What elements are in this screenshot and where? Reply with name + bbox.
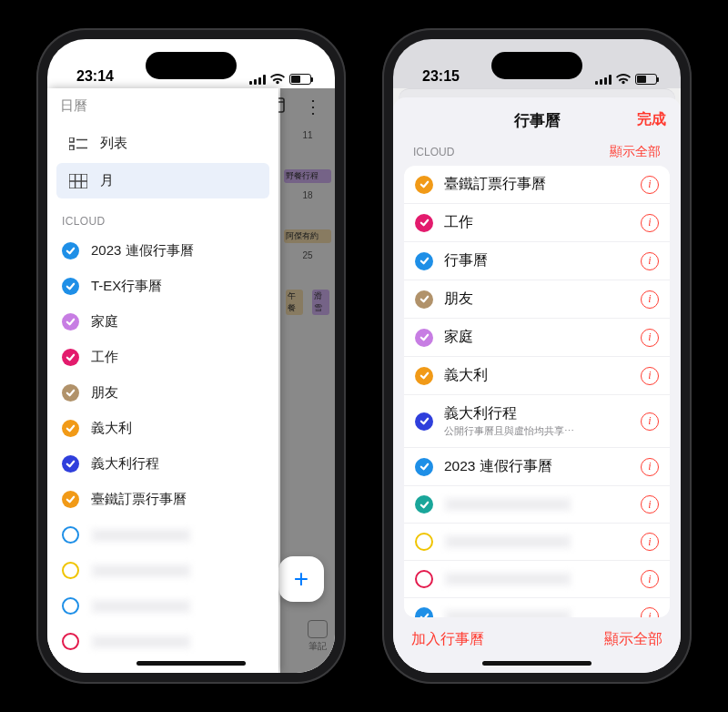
calendar-checkbox[interactable] xyxy=(62,349,79,366)
info-icon[interactable]: i xyxy=(641,412,659,431)
ios-calendar-screen: 行事曆 完成 ICLOUD 顯示全部 臺鐵訂票行事曆i工作i行事曆i朋友i家庭i… xyxy=(393,88,681,673)
status-time: 23:15 xyxy=(422,68,460,85)
calendar-checkbox[interactable] xyxy=(415,214,433,232)
calendar-item[interactable]: 朋友 xyxy=(47,375,278,411)
calendar-label: 臺鐵訂票行事曆 xyxy=(91,491,187,508)
add-calendar-button[interactable]: 加入行事曆 xyxy=(411,630,484,649)
info-icon[interactable]: i xyxy=(641,570,659,588)
calendar-checkbox[interactable] xyxy=(415,495,433,514)
view-option-label: 月 xyxy=(100,172,114,189)
calendar-item[interactable]: 行事曆i xyxy=(404,241,670,280)
calendar-checkbox[interactable] xyxy=(62,633,79,650)
info-icon[interactable]: i xyxy=(641,214,659,232)
calendar-item[interactable]: i xyxy=(404,485,670,523)
calendar-checkbox[interactable] xyxy=(415,412,433,431)
calendar-item[interactable]: 義大利行程公開行事曆且與盧怡均共享⋯i xyxy=(404,394,670,447)
info-icon[interactable]: i xyxy=(641,290,659,309)
info-icon[interactable]: i xyxy=(641,176,659,194)
info-icon[interactable]: i xyxy=(641,533,659,551)
calendar-item[interactable]: 2023 連假行事曆i xyxy=(404,447,670,485)
status-time: 23:14 xyxy=(76,68,114,85)
plus-icon: + xyxy=(294,565,308,594)
calendar-sublabel: 公開行事曆且與盧怡均共享⋯ xyxy=(444,424,630,438)
create-event-fab[interactable]: + xyxy=(278,556,324,602)
group-label: ICLOUD xyxy=(413,146,454,158)
calendar-label: 臺鐵訂票行事曆 xyxy=(444,175,630,194)
calendar-item[interactable]: 義大利行程 xyxy=(47,446,278,482)
calendar-item[interactable]: i xyxy=(404,523,670,560)
done-button[interactable]: 完成 xyxy=(637,110,666,129)
calendar-item[interactable] xyxy=(47,588,278,624)
calendar-item[interactable]: 義大利i xyxy=(404,356,670,394)
calendar-item[interactable]: 工作 xyxy=(47,340,278,375)
calendar-checkbox[interactable] xyxy=(415,570,433,588)
calendar-label: 2023 連假行事曆 xyxy=(91,242,194,259)
calendar-item[interactable]: 家庭i xyxy=(404,318,670,356)
calendar-item[interactable] xyxy=(47,553,278,588)
calendar-checkbox[interactable] xyxy=(415,329,433,347)
calendar-checkbox[interactable] xyxy=(62,455,79,473)
calendar-checkbox[interactable] xyxy=(62,278,79,295)
calendar-list: 2023 連假行事曆T-EX行事曆家庭工作朋友義大利義大利行程臺鐵訂票行事曆 xyxy=(47,233,278,659)
calendar-item[interactable]: 臺鐵訂票行事曆i xyxy=(404,166,670,203)
calendar-item[interactable]: i xyxy=(404,560,670,597)
view-option-list[interactable]: 列表 xyxy=(56,126,269,161)
calendar-checkbox[interactable] xyxy=(62,313,79,331)
home-indicator[interactable] xyxy=(136,661,246,666)
notes-chip[interactable]: 筆記 xyxy=(308,620,328,653)
svg-rect-1 xyxy=(254,79,257,85)
svg-rect-14 xyxy=(595,81,598,85)
calendar-label: 義大利行程 xyxy=(444,404,630,423)
calendar-checkbox[interactable] xyxy=(415,607,433,617)
calendar-checkbox[interactable] xyxy=(415,252,433,270)
calendar-checkbox[interactable] xyxy=(415,367,433,385)
calendar-checkbox[interactable] xyxy=(62,420,79,437)
group-header-row: ICLOUD 顯示全部 xyxy=(393,140,681,166)
calendar-checkbox[interactable] xyxy=(62,597,79,615)
show-all-button[interactable]: 顯示全部 xyxy=(604,630,662,649)
calendar-item[interactable]: 朋友i xyxy=(404,280,670,318)
calendar-label-column: 工作 xyxy=(444,213,630,232)
calendar-label-column xyxy=(444,497,630,512)
info-icon[interactable]: i xyxy=(641,458,659,476)
calendar-checkbox[interactable] xyxy=(62,242,79,259)
info-icon[interactable]: i xyxy=(641,495,659,514)
calendar-item[interactable]: T-EX行事曆 xyxy=(47,269,278,304)
info-icon[interactable]: i xyxy=(641,607,659,617)
dynamic-island xyxy=(146,52,237,79)
group-show-all-button[interactable]: 顯示全部 xyxy=(610,144,661,160)
calendar-item[interactable] xyxy=(47,624,278,659)
view-option-month[interactable]: 月 xyxy=(56,163,269,198)
home-indicator[interactable] xyxy=(482,661,592,666)
calendar-item[interactable]: 義大利 xyxy=(47,411,278,446)
calendar-label-column: 行事曆 xyxy=(444,251,630,270)
sheet-header: 行事曆 完成 xyxy=(393,97,681,140)
cellular-signal-icon xyxy=(249,75,266,85)
info-icon[interactable]: i xyxy=(641,252,659,270)
info-icon[interactable]: i xyxy=(641,329,659,347)
calendar-checkbox[interactable] xyxy=(415,533,433,551)
wifi-icon xyxy=(270,74,285,85)
calendar-checkbox[interactable] xyxy=(62,491,79,508)
sidebar-title: 日曆 xyxy=(47,92,278,124)
calendar-label: 朋友 xyxy=(91,384,118,402)
info-icon[interactable]: i xyxy=(641,367,659,385)
calendar-checkbox[interactable] xyxy=(62,562,79,579)
calendar-checkbox[interactable] xyxy=(415,176,433,194)
calendar-item[interactable]: 2023 連假行事曆 xyxy=(47,233,278,269)
calendar-label-redacted xyxy=(444,609,571,617)
calendar-checkbox[interactable] xyxy=(415,290,433,309)
dynamic-island xyxy=(491,52,582,79)
calendar-item[interactable] xyxy=(47,517,278,553)
calendar-label: 義大利 xyxy=(444,366,630,385)
calendar-item[interactable]: 家庭 xyxy=(47,304,278,340)
calendar-checkbox[interactable] xyxy=(62,384,79,402)
calendar-label-column: 義大利 xyxy=(444,366,630,385)
calendar-item[interactable]: 工作i xyxy=(404,203,670,241)
phone-right: 23:15 行事曆 完成 ICLOUD 顯示全部 xyxy=(382,28,692,684)
svg-rect-2 xyxy=(258,77,261,85)
calendar-item[interactable]: i xyxy=(404,597,670,617)
calendar-checkbox[interactable] xyxy=(415,458,433,476)
calendar-checkbox[interactable] xyxy=(62,526,79,544)
calendar-item[interactable]: 臺鐵訂票行事曆 xyxy=(47,482,278,517)
